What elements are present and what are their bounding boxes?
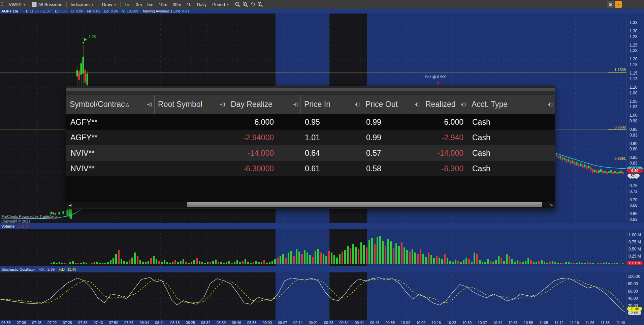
time-label: 09:48 — [370, 321, 380, 325]
time-label: 08:46 — [232, 321, 241, 325]
column-header-day-realize[interactable]: Day Realize — [227, 95, 301, 114]
cell-realized: -2.940 — [422, 133, 468, 142]
window-drag-bar[interactable] — [66, 88, 555, 91]
toolbar-separator — [66, 2, 67, 7]
price-label: 1.13 — [630, 77, 637, 81]
timeframe-5m[interactable]: 5m — [144, 2, 156, 7]
ohlc-field-label: O: — [71, 9, 75, 13]
volume-axis-label: 0.75 M — [629, 240, 641, 244]
high-price-annotation: 1.25 — [89, 35, 96, 39]
time-label: 10:30 — [462, 321, 472, 325]
indicators-menu[interactable]: Indicators▼ — [68, 2, 97, 7]
chevron-down-icon: ▼ — [114, 4, 116, 6]
pin-column-icon[interactable] — [548, 102, 553, 107]
cell-day-realize: -6.30000 — [227, 164, 301, 173]
volume-axis-label: 0.50 M — [629, 247, 641, 252]
price-label: 1.08 — [630, 91, 637, 95]
column-header-root-symbol[interactable]: Root Symbol — [155, 95, 227, 114]
table-row[interactable]: AGFY**-2.940001.010.99-2.940Cash — [66, 130, 555, 145]
checkbox-checked-icon[interactable]: ✓ — [32, 2, 37, 7]
time-label: 11:12 — [554, 321, 564, 325]
resize-grip[interactable]: ↘ — [548, 202, 555, 208]
settings-gear-button[interactable]: ⚙ — [607, 1, 614, 8]
procharts-watermark-link[interactable]: ProCharts Powered by TradeZero — [1, 214, 57, 218]
toolbar-separator — [233, 2, 233, 7]
column-header-label: Realized — [425, 100, 456, 109]
table-row[interactable]: NVIV**-14.0000.640.57-14.000Cash — [66, 145, 555, 161]
stoch-axis-label: 100.00 — [628, 274, 640, 279]
time-label: 07:15 — [32, 321, 41, 325]
symbol-interval-label: AGFY 1m — [1, 9, 18, 13]
time-label: 07:36 — [78, 321, 88, 325]
procharts-window: VWAP▼✓All SessionsIndicators▼Draw▼1m3m5m… — [0, 0, 644, 325]
pin-column-icon[interactable] — [293, 102, 298, 107]
chevron-down-icon: ▼ — [91, 4, 94, 6]
time-label: 10:23 — [447, 321, 456, 325]
cell-price-out: 0.57 — [362, 149, 422, 158]
timeframe-1h[interactable]: 1h — [184, 2, 194, 7]
stoch-axis-label: 40.00 — [628, 296, 638, 301]
period-menu[interactable]: Period▼ — [209, 2, 232, 7]
scrollbar-thumb[interactable] — [187, 202, 542, 207]
pin-column-icon[interactable] — [461, 102, 466, 107]
time-label: 10:16 — [431, 321, 441, 325]
stoch-axis-label: 80.00 — [628, 282, 638, 286]
time-axis[interactable]: 06:5807:0807:1507:2207:2907:3607:4307:50… — [0, 320, 644, 325]
horizontal-scrollbar[interactable]: ◀ ↘ — [66, 202, 555, 208]
column-header-realized[interactable]: Realized — [422, 95, 468, 114]
vwap-menu[interactable]: VWAP▼ — [6, 2, 29, 7]
ohlc-field-label: Lo: — [104, 9, 109, 13]
menu-label: Indicators — [71, 2, 90, 7]
stoch-axis-label: 60.00 — [628, 289, 638, 294]
pin-column-icon[interactable] — [147, 102, 152, 107]
pin-column-icon[interactable] — [415, 102, 420, 107]
table-row[interactable]: NVIV**-6.300000.610.58-6.300Cash — [66, 161, 555, 176]
resize-arrow-icon: ↘ — [550, 203, 553, 207]
volume-value-badge: 0.01 M — [627, 261, 643, 265]
ohlc-field-value: 10,509 — [127, 9, 138, 13]
volume-pane-title: Volume — [1, 224, 14, 228]
toolbar-drag-grip[interactable] — [1, 2, 3, 7]
cell-acct-type: Cash — [468, 149, 555, 158]
table-body: AGFY**6.0000.950.996.000CashAGFY**-2.940… — [66, 114, 555, 176]
scroll-left-button[interactable]: ◀ — [66, 202, 74, 208]
price-label: 0.90 — [630, 141, 637, 146]
pin-column-icon[interactable] — [355, 102, 360, 107]
cell-price-out: 0.99 — [362, 118, 422, 127]
time-label: 10:02 — [401, 321, 410, 325]
time-label: 08:25 — [186, 321, 195, 325]
cell-price-out: 0.99 — [362, 133, 422, 142]
column-header-price-out[interactable]: Price Out — [362, 95, 422, 114]
ohlc-field-label: L: — [55, 9, 58, 13]
column-header-price-in[interactable]: Price In — [301, 95, 362, 114]
time-label: 07:22 — [47, 321, 57, 325]
zoom-out-icon[interactable] — [234, 1, 242, 8]
scrollbar-track[interactable] — [74, 202, 548, 208]
all-sessions-toggle[interactable]: ✓All Sessions — [29, 2, 65, 7]
column-header-label: Symbol/Contrac — [70, 100, 125, 109]
zoom-reset-icon[interactable] — [249, 1, 257, 8]
time-label: 06:58 — [1, 321, 11, 325]
timeframe-30m[interactable]: 30m — [170, 2, 184, 7]
time-label: 08:11 — [155, 321, 164, 325]
table-row[interactable]: AGFY**6.0000.950.996.000Cash — [66, 114, 555, 130]
column-header-label: Day Realize — [231, 100, 272, 109]
cell-realized: -14.000 — [422, 149, 468, 158]
price-label: 0.88 — [630, 147, 637, 151]
toolbar-items: VWAP▼✓All SessionsIndicators▼Draw▼1m3m5m… — [6, 0, 264, 9]
timeframe-15m[interactable]: 15m — [156, 2, 170, 7]
draw-menu[interactable]: Draw▼ — [99, 2, 119, 7]
timeframe-1m[interactable]: 1m — [122, 2, 133, 7]
column-header-acct-type[interactable]: Acct. Type — [468, 95, 555, 114]
pin-column-icon[interactable] — [220, 102, 225, 107]
zoom-in-icon[interactable] — [242, 1, 249, 8]
timeframe-3m[interactable]: 3m — [133, 2, 144, 7]
zoom-100-icon[interactable]: 1 — [257, 1, 264, 8]
time-label: 10:51 — [508, 321, 518, 325]
left-arrow-icon: ◀ — [69, 203, 71, 207]
column-header-symbol-contrac[interactable]: Symbol/Contrac△ — [66, 95, 155, 114]
price-label: 0.68 — [630, 203, 637, 208]
chart-options-dropdown-button[interactable]: ▼ — [615, 1, 622, 8]
time-label: 09:00 — [263, 321, 272, 325]
timeframe-daily[interactable]: Daily — [194, 2, 209, 7]
